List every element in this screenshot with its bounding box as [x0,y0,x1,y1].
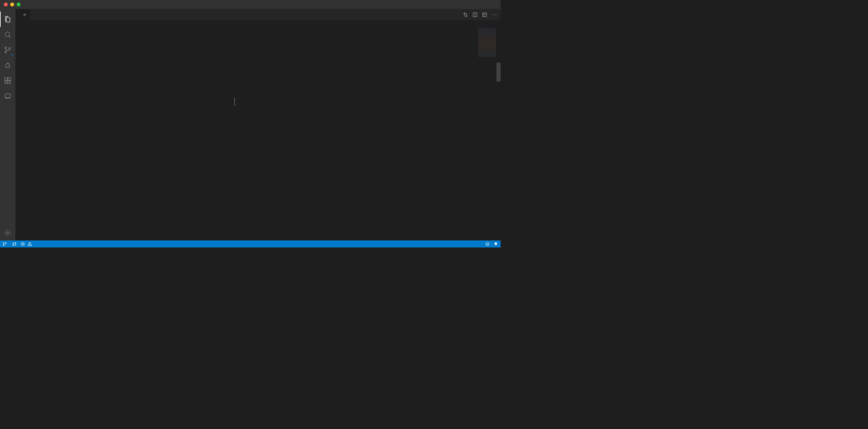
svg-point-11 [7,232,9,234]
extensions-icon [4,77,11,85]
search-activity[interactable] [0,27,16,42]
maximize-window-button[interactable] [17,3,21,6]
svg-rect-7 [5,81,7,84]
bug-icon [4,62,11,69]
svg-rect-10 [5,94,10,98]
layout-icon[interactable] [482,12,487,17]
line-gutter [16,27,36,240]
more-icon[interactable]: ⋯ [492,12,497,17]
svg-point-23 [486,242,489,246]
debug-activity[interactable] [0,58,16,73]
branch-icon [4,46,11,54]
status-sync[interactable] [12,242,17,246]
scm-activity[interactable] [0,42,16,58]
status-bar [0,240,501,248]
editor-actions: ⋯ [459,9,501,20]
scm-badge [10,55,13,55]
branch-icon [3,242,7,246]
svg-rect-9 [8,78,10,80]
minimize-window-button[interactable] [10,3,14,6]
svg-point-2 [5,47,7,49]
close-window-button[interactable] [4,3,8,6]
text-cursor [235,99,235,104]
traffic-lights [0,3,21,6]
scrollbar-thumb[interactable] [496,62,501,81]
close-icon [23,12,27,17]
editor-body[interactable] [16,27,501,240]
docker-activity[interactable] [0,88,16,104]
explorer-activity[interactable] [0,11,16,27]
code-content[interactable] [36,27,501,240]
settings-activity[interactable] [0,225,16,240]
svg-point-19 [5,243,6,244]
screen-icon [4,92,11,100]
tab-jenkins-deployment[interactable] [16,9,30,20]
status-feedback[interactable] [485,242,490,246]
activity-bar [0,9,16,240]
breadcrumb[interactable] [16,20,501,27]
svg-point-17 [3,242,4,243]
svg-point-22 [30,245,30,245]
gear-icon [4,229,11,237]
search-icon [4,31,11,38]
smiley-icon [485,242,490,246]
minimap[interactable] [478,28,496,57]
status-branch[interactable] [3,242,8,246]
svg-point-18 [3,245,4,246]
svg-line-1 [9,36,10,37]
svg-point-0 [5,32,10,36]
warning-icon [28,242,32,246]
status-notifications[interactable] [494,242,498,246]
compare-icon[interactable] [463,12,468,17]
files-icon [4,15,11,23]
svg-point-3 [5,52,7,53]
status-problems[interactable] [21,242,33,246]
close-tab-button[interactable] [23,12,27,17]
title-bar [0,0,501,9]
svg-rect-6 [5,78,7,80]
bell-icon [494,242,498,246]
extensions-activity[interactable] [0,73,16,88]
error-icon [21,242,25,246]
tab-bar: ⋯ [16,9,501,20]
split-icon[interactable] [472,12,477,17]
svg-rect-8 [8,81,10,84]
sync-icon [12,242,17,246]
svg-point-4 [9,48,10,49]
svg-rect-14 [483,13,487,16]
